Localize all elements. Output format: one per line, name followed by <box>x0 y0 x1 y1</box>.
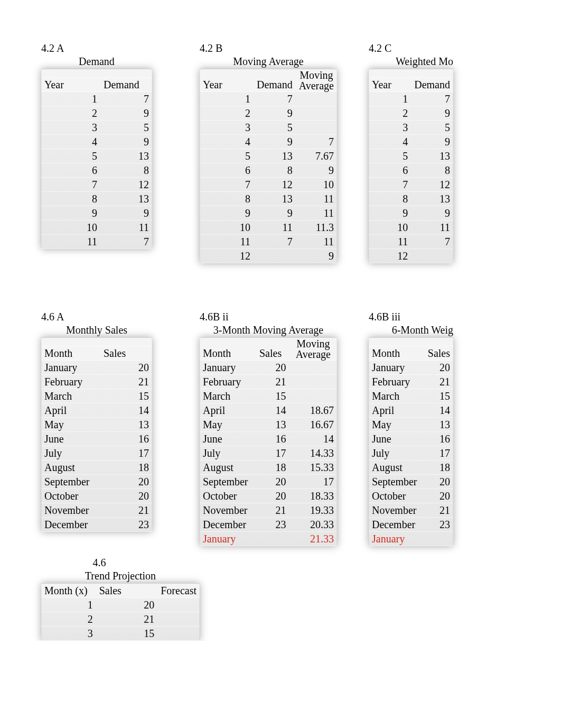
table-cell: 14 <box>425 403 453 418</box>
table-row: 120 <box>41 598 200 612</box>
title-46a: Monthly Sales <box>41 324 152 336</box>
table-row: 29 <box>41 106 152 121</box>
table-cell: 4 <box>369 135 411 149</box>
table-row: May13 <box>369 418 453 432</box>
title-46biii: 6-Month Weig <box>369 324 455 336</box>
table-row: December23 <box>41 518 152 532</box>
table-row: March15 <box>41 389 152 403</box>
table-cell <box>411 249 453 263</box>
table-row: July17 <box>41 446 152 460</box>
table-cell: 12 <box>254 178 296 192</box>
table-cell: 21.33 <box>289 532 337 546</box>
table-cell: 8 <box>254 163 296 178</box>
table-cell: March <box>200 389 256 403</box>
table-cell: January <box>41 361 100 375</box>
table-cell: 18.33 <box>289 489 337 503</box>
table-cell: January <box>200 532 256 546</box>
table-cell: 11 <box>100 220 152 235</box>
table-cell: 23 <box>425 518 453 532</box>
title-46trend: Trend Projection <box>41 570 200 582</box>
table-cell: 20 <box>100 475 152 489</box>
title-42c: Weighted Mo <box>369 56 455 68</box>
table-cell: 16.67 <box>289 418 337 432</box>
heading-46biii: 4.6B iii <box>369 311 474 323</box>
table-cell: 8 <box>200 192 254 206</box>
table-cell: 11 <box>254 220 296 235</box>
table-cell: November <box>200 503 256 518</box>
table-cell: April <box>369 403 425 418</box>
table-46biii: Month Sales January20February21March15Ap… <box>369 337 453 546</box>
table-cell: 12 <box>100 178 152 192</box>
title-42b: Moving Average <box>200 56 337 68</box>
table-cell: 11 <box>200 235 254 249</box>
table-cell: 3 <box>369 121 411 135</box>
table-row: September20 <box>41 475 152 489</box>
table-cell: 3 <box>200 121 254 135</box>
table-cell: 15 <box>100 389 152 403</box>
table-row: 813 <box>369 192 453 206</box>
table-46a: Month Sales January20February21March15Ap… <box>41 337 152 532</box>
table-cell: 5 <box>100 121 152 135</box>
table-cell: 15 <box>256 389 289 403</box>
table-cell: 13 <box>411 149 453 163</box>
table-cell: January <box>369 361 425 375</box>
table-cell <box>425 532 453 546</box>
table-cell: 1 <box>200 92 254 106</box>
table-cell: 20 <box>100 489 152 503</box>
table-cell: 12 <box>369 249 411 263</box>
table-cell: 9 <box>254 135 296 149</box>
col-forecast: Forecast <box>157 584 200 598</box>
table-cell: 20 <box>425 361 453 375</box>
table-row: February21 <box>41 375 152 389</box>
table-cell: January <box>369 532 425 546</box>
table-row: July1714.33 <box>200 446 337 460</box>
table-42a: Year Demand 1729354951368712813991011117 <box>41 69 152 249</box>
table-cell: November <box>369 503 425 518</box>
table-cell: 21 <box>100 503 152 518</box>
table-cell: April <box>41 403 100 418</box>
table-cell: 7 <box>296 135 337 149</box>
table-cell: 8 <box>411 163 453 178</box>
table-row: 9911 <box>200 206 337 220</box>
table-cell: October <box>369 489 425 503</box>
table-cell: 5 <box>411 121 453 135</box>
table-cell: 20 <box>425 475 453 489</box>
table-row: 99 <box>369 206 453 220</box>
table-cell: 10 <box>41 220 100 235</box>
col-demand: Demand <box>254 69 296 92</box>
table-cell: 9 <box>369 206 411 220</box>
table-row: 497 <box>200 135 337 149</box>
table-cell: 2 <box>200 106 254 121</box>
table-cell: December <box>369 518 425 532</box>
table-cell: February <box>369 375 425 389</box>
col-demand: Demand <box>100 78 152 92</box>
table-cell: 7 <box>200 178 254 192</box>
table-cell: 13 <box>425 418 453 432</box>
table-row: 35 <box>369 121 453 135</box>
heading-42a: 4.2 A <box>41 42 200 54</box>
col-year: Year <box>369 78 411 92</box>
heading-46bii: 4.6B ii <box>200 311 369 323</box>
table-cell: December <box>200 518 256 532</box>
table-cell: 21 <box>96 612 158 626</box>
table-cell: August <box>41 460 100 475</box>
table-row: August18 <box>369 460 453 475</box>
table-cell: 14.33 <box>289 446 337 460</box>
table-row: 221 <box>41 612 200 626</box>
table-cell: 23 <box>256 518 289 532</box>
table-cell: March <box>369 389 425 403</box>
table-cell: May <box>41 418 100 432</box>
table-cell: 16 <box>256 432 289 446</box>
table-cell: August <box>369 460 425 475</box>
table-row: 11711 <box>200 235 337 249</box>
table-cell: 14 <box>100 403 152 418</box>
table-row: 117 <box>369 235 453 249</box>
table-cell: 7 <box>411 235 453 249</box>
table-cell: 11 <box>411 220 453 235</box>
table-row: 712 <box>369 178 453 192</box>
table-cell: 9 <box>411 106 453 121</box>
table-cell: 13 <box>254 149 296 163</box>
table-cell: 9 <box>296 249 337 263</box>
table-cell: 13 <box>100 192 152 206</box>
table-cell: 1 <box>41 598 96 612</box>
